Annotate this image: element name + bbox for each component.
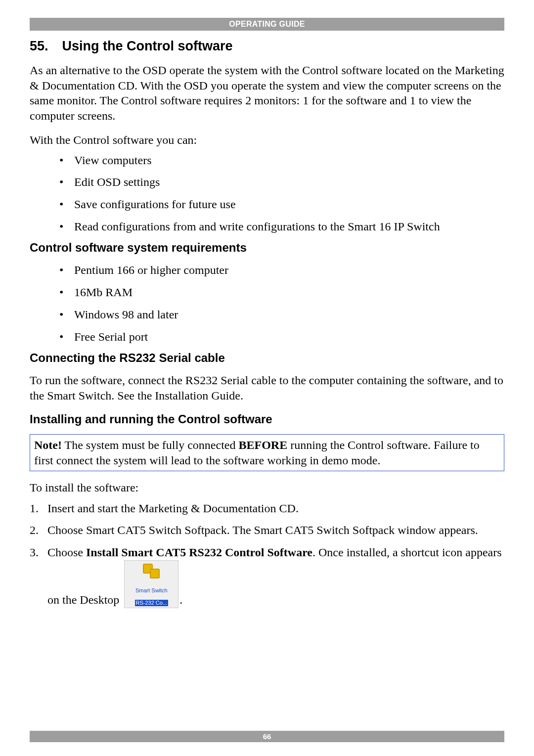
note-text-1: The system must be fully connected [62,439,238,451]
shortcut-icon-wrap: Smart Switch RS-232 Co... [122,560,179,608]
install-lead: To install the software: [30,480,504,495]
list-item: 16Mb RAM [30,285,504,300]
step-item: Choose Smart CAT5 Switch Softpack. The S… [30,522,504,538]
section-number: 55. [30,39,48,54]
desktop-shortcut-icon: Smart Switch RS-232 Co... [124,560,178,608]
shortcut-icon-label: Smart Switch RS-232 Co... [135,581,169,606]
icon-label-line2: RS-232 Co... [135,600,169,606]
step3-bold: Install Smart CAT5 RS232 Control Softwar… [86,546,312,559]
capabilities-list: View computers Edit OSD settings Save co… [30,153,504,234]
serial-cable-paragraph: To run the software, connect the RS232 S… [30,373,504,403]
note-box: Note! The system must be fully connected… [30,434,504,471]
footer: 66 [30,731,504,742]
intro-paragraph-1: As an alternative to the OSD operate the… [30,63,504,124]
requirements-list: Pentium 166 or higher computer 16Mb RAM … [30,263,504,344]
step-item: Insert and start the Marketing & Documen… [30,500,504,516]
intro-paragraph-2: With the Control software you can: [30,133,504,148]
subheading-serial-cable: Connecting the RS232 Serial cable [30,351,504,365]
note-bold: BEFORE [238,439,287,451]
note-label: Note! [34,439,62,451]
list-item: View computers [30,153,504,168]
list-item: Edit OSD settings [30,175,504,190]
section-title-text: Using the Control software [62,39,233,53]
step3-prefix: Choose [47,546,86,559]
page-number: 66 [30,731,504,742]
list-item: Save configurations for future use [30,197,504,212]
list-item: Windows 98 and later [30,307,504,322]
header-banner: OPERATING GUIDE [30,18,504,31]
smart-switch-icon [142,563,161,579]
install-steps: Insert and start the Marketing & Documen… [30,500,504,608]
section-heading: 55.Using the Control software [30,39,504,54]
step3-suffix: . [179,593,182,606]
icon-label-line1: Smart Switch [135,587,168,593]
step-item: Choose Install Smart CAT5 RS232 Control … [30,544,504,608]
list-item: Free Serial port [30,329,504,345]
list-item: Read configurations from and write confi… [30,219,504,234]
subheading-install-run: Installing and running the Control softw… [30,412,504,426]
subheading-requirements: Control software system requirements [30,241,504,255]
list-item: Pentium 166 or higher computer [30,263,504,278]
